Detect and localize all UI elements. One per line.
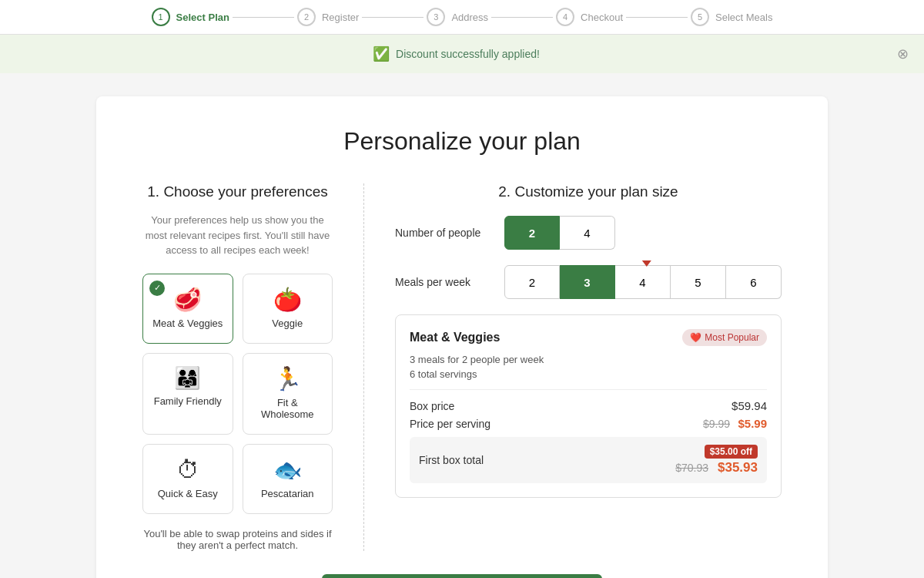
preferences-section: 1. Choose your preferences Your preferen…	[142, 183, 364, 551]
first-box-row: First box total $35.00 off $70.93 $35.93	[410, 437, 767, 483]
meals-3-button[interactable]: 3	[560, 265, 615, 299]
step-2[interactable]: 2 Register	[297, 8, 359, 26]
veggie-label: Veggie	[272, 318, 303, 329]
first-box-label: First box total	[419, 454, 484, 466]
step-3-label: Address	[451, 12, 488, 23]
step-2-label: Register	[322, 12, 359, 23]
step-1[interactable]: 1 Select Plan	[152, 8, 229, 26]
step-5[interactable]: 5 Select Meals	[691, 8, 772, 26]
header: 1 Select Plan 2 Register 3 Address 4 Che…	[0, 0, 924, 35]
most-popular-badge: ❤️ Most Popular	[682, 329, 767, 346]
select-plan-button[interactable]: Select this plan	[322, 574, 603, 579]
meals-4-button[interactable]: 4	[615, 265, 671, 299]
summary-divider	[410, 389, 767, 390]
box-price-label: Box price	[410, 400, 454, 412]
first-box-original: $70.93	[675, 462, 708, 474]
price-per-serving-row: Price per serving $9.99 $5.99	[410, 417, 767, 431]
step-2-circle: 2	[297, 8, 316, 26]
swap-note: You'll be able to swap proteins and side…	[142, 528, 333, 551]
banner-content: ✅ Discount successfully applied!	[373, 45, 540, 62]
pescatarian-label: Pescatarian	[261, 488, 314, 499]
quick-icon: ⏱	[176, 459, 199, 482]
step-4[interactable]: 4 Checkout	[556, 8, 623, 26]
summary-header: Meat & Veggies ❤️ Most Popular	[410, 329, 767, 346]
step-3-circle: 3	[427, 8, 445, 26]
two-column-layout: 1. Choose your preferences Your preferen…	[142, 183, 782, 551]
step-1-label: Select Plan	[176, 12, 229, 23]
step-5-circle: 5	[691, 8, 709, 26]
step-4-label: Checkout	[581, 12, 623, 23]
quick-easy-label: Quick & Easy	[158, 488, 218, 499]
family-icon: 👨‍👩‍👧	[174, 368, 201, 389]
step-line-1	[233, 17, 294, 18]
people-buttons: 2 4	[504, 216, 615, 250]
heart-icon: ❤️	[690, 332, 701, 343]
summary-plan-name: Meat & Veggies	[410, 331, 500, 344]
selected-check-icon: ✓	[149, 281, 165, 296]
meals-indicator	[642, 256, 651, 270]
fit-icon: 🏃	[273, 368, 302, 391]
pref-card-fit-wholesome[interactable]: 🏃 Fit & Wholesome	[243, 353, 333, 435]
first-box-amounts: $70.93 $35.93	[675, 460, 758, 476]
meat-veggies-label: Meat & Veggies	[152, 318, 223, 329]
first-box-prices: $35.00 off $70.93 $35.93	[675, 445, 758, 476]
price-per-serving-label: Price per serving	[410, 418, 490, 430]
off-badge: $35.00 off	[705, 445, 758, 459]
customize-section: 2. Customize your plan size Number of pe…	[395, 183, 782, 551]
people-2-button[interactable]: 2	[504, 216, 560, 250]
family-friendly-label: Family Friendly	[154, 395, 222, 407]
price-per-serving-discounted: $5.99	[738, 417, 767, 430]
pref-card-quick-easy[interactable]: ⏱ Quick & Easy	[142, 444, 233, 514]
meat-veggies-icon: 🥩	[173, 288, 202, 311]
meals-2-button[interactable]: 2	[504, 265, 560, 299]
preferences-grid: ✓ 🥩 Meat & Veggies 🍅 Veggie 👨‍👩‍👧 Family…	[142, 274, 333, 514]
total-servings: 6 total servings	[410, 368, 767, 380]
meals-6-button[interactable]: 6	[726, 265, 782, 299]
step-4-circle: 4	[556, 8, 574, 26]
box-price-row: Box price $59.94	[410, 399, 767, 412]
box-price-value: $59.94	[732, 399, 767, 412]
customize-title: 2. Customize your plan size	[395, 183, 782, 200]
step-3[interactable]: 3 Address	[427, 8, 488, 26]
steps-nav: 1 Select Plan 2 Register 3 Address 4 Che…	[152, 8, 773, 26]
veggie-icon: 🍅	[273, 288, 302, 311]
step-line-3	[491, 17, 553, 18]
people-4-button[interactable]: 4	[560, 216, 615, 250]
summary-box: Meat & Veggies ❤️ Most Popular 3 meals f…	[395, 314, 782, 498]
discount-banner: ✅ Discount successfully applied! ⊗	[0, 35, 924, 73]
pref-card-veggie[interactable]: 🍅 Veggie	[243, 274, 333, 344]
meals-5-button[interactable]: 5	[671, 265, 726, 299]
meals-buttons: 2 3 4 5 6	[504, 265, 782, 299]
step-line-2	[362, 17, 424, 18]
banner-message: Discount successfully applied!	[396, 48, 540, 60]
price-per-serving-original: $9.99	[703, 418, 730, 430]
meals-buttons-container: 2 3 4 5 6	[504, 265, 782, 299]
check-circle-icon: ✅	[373, 45, 390, 62]
fit-wholesome-label: Fit & Wholesome	[253, 397, 323, 420]
select-button-wrapper: Select this plan	[142, 574, 782, 579]
main-content: Personalize your plan 1. Choose your pre…	[96, 96, 828, 578]
preferences-hint: Your preferences help us show you the mo…	[142, 213, 333, 258]
pescatarian-icon: 🐟	[273, 459, 302, 482]
step-1-circle: 1	[152, 8, 170, 26]
pref-card-pescatarian[interactable]: 🐟 Pescatarian	[243, 444, 333, 514]
preferences-title: 1. Choose your preferences	[142, 183, 333, 200]
banner-close-button[interactable]: ⊗	[897, 45, 909, 62]
pref-card-family-friendly[interactable]: 👨‍👩‍👧 Family Friendly	[142, 353, 233, 435]
page-title: Personalize your plan	[142, 127, 782, 156]
meals-description: 3 meals for 2 people per week	[410, 354, 767, 365]
first-box-discounted: $35.93	[718, 460, 758, 476]
number-of-people-row: Number of people 2 4	[395, 216, 782, 250]
pref-card-meat-veggies[interactable]: ✓ 🥩 Meat & Veggies	[142, 274, 233, 344]
step-5-label: Select Meals	[715, 12, 772, 23]
step-line-4	[626, 17, 688, 18]
meals-per-week-row: Meals per week 2 3 4 5 6	[395, 265, 782, 299]
meals-per-week-label: Meals per week	[395, 276, 495, 288]
number-of-people-label: Number of people	[395, 227, 495, 239]
price-per-serving-values: $9.99 $5.99	[703, 417, 767, 431]
